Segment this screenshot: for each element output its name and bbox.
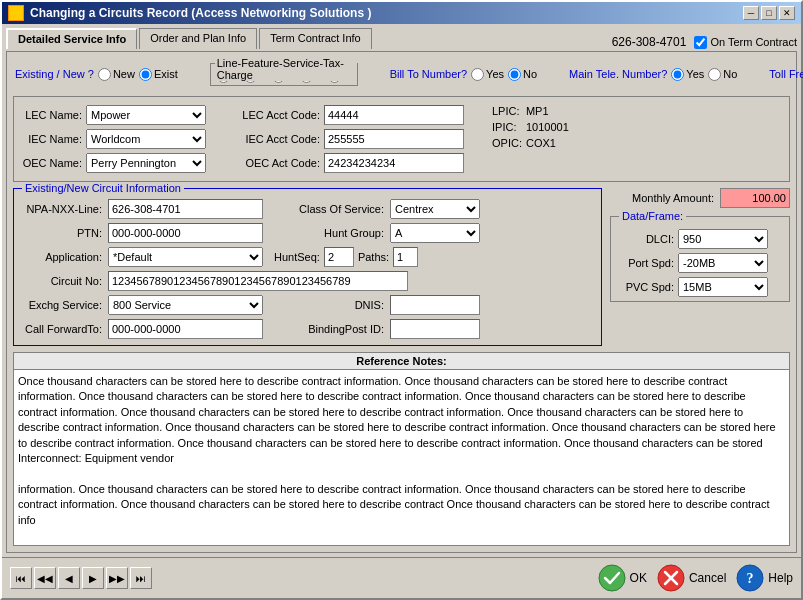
ok-icon (598, 564, 626, 592)
help-button[interactable]: ? Help (736, 564, 793, 592)
oec-name-select[interactable]: Perry Pennington (86, 153, 206, 173)
bill-no-radio[interactable] (508, 68, 521, 81)
tab-detailed-service[interactable]: Detailed Service Info (6, 28, 137, 49)
call-fwd-input[interactable] (108, 319, 263, 339)
main-window: Changing a Circuits Record (Access Netwo… (0, 0, 803, 600)
exchg-select[interactable]: 800 ServiceLocalLong Distance (108, 295, 263, 315)
exchg-label: Exchg Service: (22, 299, 102, 311)
bill-yes-label[interactable]: Yes (471, 68, 504, 81)
nav-next-next-button[interactable]: ▶▶ (106, 567, 128, 589)
right-panel: Monthly Amount: Data/Frame: DLCI: 950100… (610, 188, 790, 302)
circuit-section: Existing/New Circuit Information NPA-NXX… (13, 188, 602, 346)
title-bar-text: Changing a Circuits Record (Access Netwo… (8, 5, 371, 21)
call-fwd-label: Call ForwardTo: (22, 323, 102, 335)
port-spd-select[interactable]: -20MB10MB100MB (678, 253, 768, 273)
dlci-select[interactable]: 950100200 (678, 229, 768, 249)
window-title: Changing a Circuits Record (Access Netwo… (30, 6, 371, 20)
app-select[interactable]: *DefaultVoiceData (108, 247, 263, 267)
hunt-seq-input[interactable] (324, 247, 354, 267)
iec-name-label: IEC Name: (22, 133, 82, 145)
paths-input[interactable] (393, 247, 418, 267)
minimize-button[interactable]: ─ (743, 6, 759, 20)
pvc-spd-select[interactable]: 15MB10MB20MB (678, 277, 768, 297)
cancel-button[interactable]: Cancel (657, 564, 726, 592)
tab-term-contract[interactable]: Term Contract Info (259, 28, 371, 49)
cos-select[interactable]: CentrexPBXResidence (390, 199, 480, 219)
toll-free-label: Toll Free Number? (769, 68, 803, 80)
on-term-contract-label[interactable]: On Term Contract (694, 36, 797, 49)
bill-no-label[interactable]: No (508, 68, 537, 81)
phone-number: 626-308-4701 (612, 35, 687, 49)
toll-free-group: Toll Free Number? Yes No (769, 68, 803, 81)
on-term-contract-checkbox[interactable] (694, 36, 707, 49)
ptn-input[interactable] (108, 223, 263, 243)
main-tele-group: Main Tele. Number? Yes No (569, 68, 737, 81)
lec-acct-label: LEC Acct Code: (220, 109, 320, 121)
iec-acct-label: IEC Acct Code: (220, 133, 320, 145)
new-radio[interactable] (98, 68, 111, 81)
circuit-no-input[interactable] (108, 271, 408, 291)
maximize-button[interactable]: □ (761, 6, 777, 20)
pvc-spd-label: PVC Spd: (619, 281, 674, 293)
binding-label: BindingPost ID: (274, 323, 384, 335)
main-yes-label[interactable]: Yes (671, 68, 704, 81)
data-frame-legend: Data/Frame: (619, 210, 686, 222)
top-controls: Existing / New ? New Exist Line-Feature-… (13, 58, 790, 90)
svg-text:?: ? (747, 571, 754, 586)
tabs-container: Detailed Service Info Order and Plan Inf… (6, 28, 372, 49)
nav-last-button[interactable]: ⏭ (130, 567, 152, 589)
opic-value: COX1 (526, 137, 569, 149)
iec-acct-input[interactable] (324, 129, 464, 149)
iec-name-select[interactable]: Worldcom (86, 129, 206, 149)
monthly-input[interactable] (720, 188, 790, 208)
bill-to-label: Bill To Number? (390, 68, 467, 80)
lpic-value: MP1 (526, 105, 569, 117)
hunt-group-label: Hunt Group: (274, 227, 384, 239)
circuit-legend: Existing/New Circuit Information (22, 182, 184, 194)
ref-notes-header: Reference Notes: (13, 352, 790, 369)
monthly-row: Monthly Amount: (610, 188, 790, 208)
oec-acct-label: OEC Act Code: (220, 157, 320, 169)
data-frame-grid: DLCI: 950100200 Port Spd: -20MB10MB100MB… (619, 229, 781, 297)
ok-button[interactable]: OK (598, 564, 647, 592)
lec-acct-input[interactable] (324, 105, 464, 125)
action-buttons: OK Cancel ? Help (598, 564, 793, 592)
bill-yes-radio[interactable] (471, 68, 484, 81)
bottom-bar: ⏮ ◀◀ ◀ ▶ ▶▶ ⏭ OK (2, 557, 801, 598)
main-yes-radio[interactable] (671, 68, 684, 81)
dns-input[interactable] (390, 295, 480, 315)
lec-left: LEC Name: Mpower LEC Acct Code: IEC Name… (22, 105, 474, 173)
npa-label: NPA-NXX-Line: (22, 203, 102, 215)
lec-section: LEC Name: Mpower LEC Acct Code: IEC Name… (13, 96, 790, 182)
existing-new-label: Existing / New ? (15, 68, 94, 80)
port-spd-label: Port Spd: (619, 257, 674, 269)
circuit-grid: NPA-NXX-Line: Class Of Service: CentrexP… (22, 199, 593, 339)
lec-right: LPIC: MP1 IPIC: 1010001 OPIC: COX1 (492, 105, 569, 149)
close-button[interactable]: ✕ (779, 6, 795, 20)
tab-order-plan[interactable]: Order and Plan Info (139, 28, 257, 49)
bill-to-group: Bill To Number? Yes No (390, 68, 537, 81)
nav-next-button[interactable]: ▶ (82, 567, 104, 589)
new-radio-label[interactable]: New (98, 68, 135, 81)
nav-prev-button[interactable]: ◀ (58, 567, 80, 589)
lpic-label: LPIC: (492, 105, 522, 117)
app-label: Application: (22, 251, 102, 263)
ref-notes-textarea[interactable] (13, 369, 790, 546)
exist-radio[interactable] (139, 68, 152, 81)
circuit-right-row: Existing/New Circuit Information NPA-NXX… (13, 188, 790, 346)
main-panel: Existing / New ? New Exist Line-Feature-… (6, 51, 797, 553)
dlci-label: DLCI: (619, 233, 674, 245)
help-label: Help (768, 571, 793, 585)
hunt-group-select[interactable]: ABC (390, 223, 480, 243)
npa-input[interactable] (108, 199, 263, 219)
lec-name-select[interactable]: Mpower (86, 105, 206, 125)
oec-acct-input[interactable] (324, 153, 464, 173)
binding-input[interactable] (390, 319, 480, 339)
data-frame-box: Data/Frame: DLCI: 950100200 Port Spd: -2… (610, 216, 790, 302)
exist-radio-label[interactable]: Exist (139, 68, 178, 81)
title-controls: ─ □ ✕ (743, 6, 795, 20)
main-no-radio[interactable] (708, 68, 721, 81)
nav-first-button[interactable]: ⏮ (10, 567, 32, 589)
nav-prev-prev-button[interactable]: ◀◀ (34, 567, 56, 589)
main-no-label[interactable]: No (708, 68, 737, 81)
